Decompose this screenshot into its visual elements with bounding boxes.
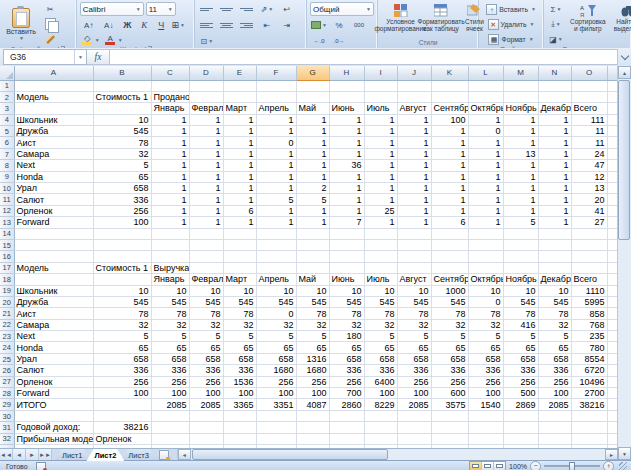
cell-C12[interactable]: 1: [151, 205, 189, 216]
cell-E1[interactable]: [223, 80, 256, 91]
fill-color-button[interactable]: ◇▼: [80, 34, 101, 46]
delete-cells-button[interactable]: ✕ Удалить▼: [482, 17, 540, 31]
cell-B16[interactable]: [93, 251, 151, 262]
cut-button[interactable]: ✂: [41, 2, 59, 16]
cell-B24[interactable]: 65: [93, 342, 151, 353]
cell-N20[interactable]: 545: [538, 296, 571, 307]
cell-K32[interactable]: [431, 433, 468, 444]
cell-B30[interactable]: [93, 410, 151, 421]
cell-H27[interactable]: 256: [329, 376, 364, 387]
cell-A25[interactable]: Урал: [14, 353, 93, 364]
cell-A17[interactable]: Модель: [14, 262, 93, 273]
cell-A19[interactable]: Школьник: [14, 285, 93, 296]
cell-G13[interactable]: 1: [296, 217, 329, 228]
cell-K25[interactable]: 658: [431, 353, 468, 364]
scroll-left-arrow-icon[interactable]: ◄: [178, 449, 191, 460]
cell-I17[interactable]: [364, 262, 397, 273]
cell-J20[interactable]: 545: [397, 296, 431, 307]
cell-K8[interactable]: 1: [431, 160, 468, 171]
row-header-11[interactable]: 11: [0, 194, 14, 205]
cell-A1[interactable]: [14, 80, 93, 91]
cell-N3[interactable]: Декабрь: [538, 103, 571, 114]
cell-A32[interactable]: Прибыльная модель:: [14, 433, 93, 444]
cell-J21[interactable]: 78: [397, 308, 431, 319]
cell-F28[interactable]: 100: [256, 388, 296, 399]
cell-D31[interactable]: [189, 422, 223, 433]
cell-O32[interactable]: [571, 433, 607, 444]
cell-J26[interactable]: 336: [397, 365, 431, 376]
cell-H32[interactable]: [329, 433, 364, 444]
cell-D22[interactable]: 32: [189, 319, 223, 330]
cell-B32[interactable]: Орленок: [93, 433, 151, 444]
cell-N10[interactable]: 1: [538, 183, 571, 194]
cell-O12[interactable]: 41: [571, 205, 607, 216]
cell-D4[interactable]: 1: [189, 114, 223, 125]
cell-D28[interactable]: 100: [189, 388, 223, 399]
cell-M13[interactable]: 5: [503, 217, 538, 228]
cell-H25[interactable]: 658: [329, 353, 364, 364]
cell-J18[interactable]: Август: [397, 274, 431, 285]
row-header-28[interactable]: 28: [0, 388, 14, 399]
cell-C28[interactable]: 100: [151, 388, 189, 399]
cell-A7[interactable]: Самара: [14, 148, 93, 159]
cell-I25[interactable]: 658: [364, 353, 397, 364]
align-top-button[interactable]: [198, 2, 216, 16]
cell-N25[interactable]: 658: [538, 353, 571, 364]
cell-G6[interactable]: 1: [296, 137, 329, 148]
row-header-21[interactable]: 21: [0, 308, 14, 319]
cell-E9[interactable]: 1: [223, 171, 256, 182]
vertical-scrollbar[interactable]: ▲ ▼: [617, 66, 631, 460]
cell-C27[interactable]: 256: [151, 376, 189, 387]
cell-K15[interactable]: [431, 239, 468, 250]
cell-I24[interactable]: 65: [364, 342, 397, 353]
cell-G12[interactable]: 1: [296, 205, 329, 216]
row-header-22[interactable]: 22: [0, 319, 14, 330]
cell-J1[interactable]: [397, 80, 431, 91]
cell-M11[interactable]: 1: [503, 194, 538, 205]
cell-B27[interactable]: 256: [93, 376, 151, 387]
row-header-4[interactable]: 4: [0, 114, 14, 125]
cell-C24[interactable]: 65: [151, 342, 189, 353]
cell-M8[interactable]: 1: [503, 160, 538, 171]
cell-A28[interactable]: Forward: [14, 388, 93, 399]
align-right-button[interactable]: [238, 18, 256, 32]
cell-J16[interactable]: [397, 251, 431, 262]
cell-F32[interactable]: [256, 433, 296, 444]
cell-O10[interactable]: 13: [571, 183, 607, 194]
cell-G30[interactable]: [296, 410, 329, 421]
cell-O17[interactable]: [571, 262, 607, 273]
cell-N23[interactable]: 5: [538, 331, 571, 342]
cell-C11[interactable]: 1: [151, 194, 189, 205]
cell-N32[interactable]: [538, 433, 571, 444]
cell-I29[interactable]: 8229: [364, 399, 397, 410]
cell-I11[interactable]: 1: [364, 194, 397, 205]
cell-B25[interactable]: 658: [93, 353, 151, 364]
cell-O25[interactable]: 8554: [571, 353, 607, 364]
cell-B29[interactable]: [93, 399, 151, 410]
cell-G11[interactable]: 5: [296, 194, 329, 205]
cell-O1[interactable]: [571, 80, 607, 91]
cell-J32[interactable]: [397, 433, 431, 444]
cell-N19[interactable]: 10: [538, 285, 571, 296]
row-header-1[interactable]: 1: [0, 80, 14, 91]
cell-C22[interactable]: 32: [151, 319, 189, 330]
cell-C8[interactable]: 1: [151, 160, 189, 171]
row-header-24[interactable]: 24: [0, 342, 14, 353]
cell-C4[interactable]: 1: [151, 114, 189, 125]
cell-I1[interactable]: [364, 80, 397, 91]
select-all-corner[interactable]: [0, 66, 14, 80]
cell-G25[interactable]: 1316: [296, 353, 329, 364]
cell-E26[interactable]: 336: [223, 365, 256, 376]
cell-F2[interactable]: [256, 91, 296, 102]
cell-M31[interactable]: [503, 422, 538, 433]
cell-C5[interactable]: 1: [151, 126, 189, 137]
cell-M28[interactable]: 500: [503, 388, 538, 399]
cell-E14[interactable]: [223, 228, 256, 239]
cell-N21[interactable]: 78: [538, 308, 571, 319]
format-cells-button[interactable]: ▦ Формат▼: [482, 32, 540, 46]
cell-H23[interactable]: 180: [329, 331, 364, 342]
underline-button[interactable]: Ч: [154, 18, 169, 32]
cell-M27[interactable]: 256: [503, 376, 538, 387]
percent-style-button[interactable]: %: [330, 18, 348, 32]
cell-A9[interactable]: Honda: [14, 171, 93, 182]
